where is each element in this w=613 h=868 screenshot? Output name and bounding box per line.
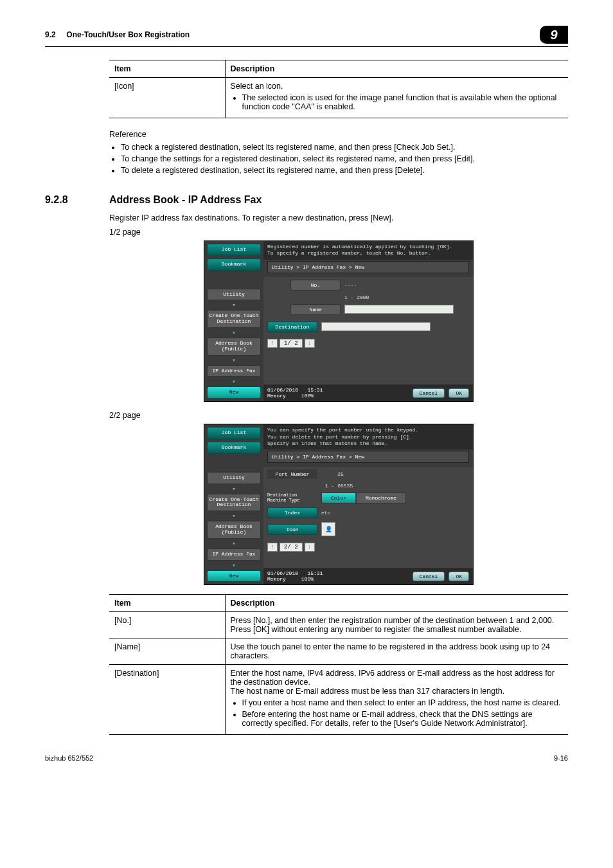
chevron-down-icon: ▾ [207, 540, 261, 547]
ip-address-fax-crumb[interactable]: IP Address Fax [207, 548, 261, 561]
header-section-title: One-Touch/User Box Registration [66, 30, 190, 39]
chevron-down-icon: ▾ [207, 329, 261, 336]
name-input[interactable] [344, 305, 454, 314]
page-indicator: 1/ 2 [280, 339, 303, 348]
desc-line: The host name or E-mail address must be … [231, 687, 564, 696]
index-button[interactable]: Index [267, 507, 317, 518]
cell-item: [Icon] [109, 78, 225, 118]
page-2-label: 2/2 page [109, 411, 568, 420]
page-up-button[interactable]: ↑ [267, 543, 278, 552]
breadcrumb: Utility > IP Address Fax > New [267, 261, 469, 273]
cell-desc: Enter the host name, IPv4 address, IPv6 … [225, 665, 568, 735]
job-list-button[interactable]: Job List [207, 244, 261, 256]
table-row: [Icon] Select an icon. The selected icon… [109, 78, 568, 118]
new-button[interactable]: New [207, 386, 261, 399]
job-list-button[interactable]: Job List [207, 427, 261, 439]
pager: ↑ 2/ 2 ↓ [267, 543, 469, 552]
desc-line: Select an icon. [231, 82, 564, 91]
table-row: [No.] Press [No.], and then enter the re… [109, 612, 568, 638]
section-heading: 9.2.8 Address Book - IP Address Fax [45, 194, 568, 206]
th-desc: Description [225, 60, 568, 78]
chevron-down-icon: ▾ [207, 562, 261, 569]
desc-line: Enter the host name, IPv4 address, IPv6 … [231, 669, 564, 687]
th-desc: Description [225, 595, 568, 612]
chevron-down-icon: ▾ [207, 357, 261, 364]
th-item: Item [109, 60, 225, 78]
cell-desc: Press [No.], and then enter the registra… [225, 612, 568, 638]
section-number: 9.2.8 [45, 194, 109, 206]
ok-button[interactable]: OK [449, 572, 469, 581]
name-label: Name [290, 304, 341, 315]
page-footer: bizhub 652/552 9-16 [45, 754, 568, 762]
address-book-crumb[interactable]: Address Book (Public) [207, 338, 261, 356]
footer-status: 01/06/2010 15:31 Memory 100% [267, 387, 323, 399]
footer-left: bizhub 652/552 [45, 754, 93, 762]
footer-right: 9-16 [554, 754, 568, 762]
ok-button[interactable]: OK [449, 388, 469, 398]
chapter-chip: 9 [540, 26, 568, 44]
field-description-table: Item Description [No.] Press [No.], and … [109, 594, 568, 735]
icon-button[interactable]: Icon [267, 524, 317, 535]
desc-bullet: Before entering the host name or E-mail … [242, 710, 564, 728]
page-down-button[interactable]: ↓ [305, 339, 315, 348]
reference-bullet: To check a registered destination, selec… [121, 143, 568, 152]
index-value: etc [321, 510, 330, 516]
instruction-text: You can specify the port number using th… [263, 424, 473, 449]
monochrome-option[interactable]: Monochrome [356, 493, 406, 503]
page-up-button[interactable]: ↑ [267, 339, 278, 348]
running-header: 9.2 One-Touch/User Box Registration [45, 30, 190, 39]
cancel-button[interactable]: Cancel [413, 572, 445, 581]
footer-status: 01/06/2010 15:31 Memory 100% [267, 570, 323, 582]
create-destination-crumb[interactable]: Create One-Touch Destination [207, 494, 261, 512]
table-row: [Name] Use the touch panel to enter the … [109, 638, 568, 665]
machine-type-label: Destination Machine Type [267, 493, 317, 503]
table-row: [Destination] Enter the host name, IPv4 … [109, 665, 568, 735]
page-indicator: 2/ 2 [280, 543, 303, 552]
th-item: Item [109, 595, 225, 612]
ip-address-fax-crumb[interactable]: IP Address Fax [207, 365, 261, 377]
bookmark-button[interactable]: Bookmark [207, 442, 261, 454]
address-book-crumb[interactable]: Address Book (Public) [207, 521, 261, 539]
desc-bullet: The selected icon is used for the image … [242, 93, 564, 111]
chevron-down-icon: ▾ [207, 378, 261, 385]
no-label: No. [290, 280, 341, 291]
page-down-button[interactable]: ↓ [305, 543, 315, 552]
icon-item-table: Item Description [Icon] Select an icon. … [109, 60, 568, 118]
cell-desc: Select an icon. The selected icon is use… [225, 78, 568, 118]
no-range: 1 - 2000 [344, 294, 369, 300]
port-number-label: Port Number [267, 469, 317, 479]
header-section-no: 9.2 [45, 30, 56, 39]
reference-bullet: To change the settings for a registered … [121, 154, 568, 163]
cancel-button[interactable]: Cancel [413, 388, 445, 398]
screenshot-2: Job List Bookmark Utility ▾ Create One-T… [204, 424, 474, 585]
page-1-label: 1/2 page [109, 228, 568, 237]
chevron-down-icon: ▾ [207, 485, 261, 493]
bookmark-button[interactable]: Bookmark [207, 258, 261, 271]
machine-type-segment: Color Monochrome [321, 493, 406, 503]
cell-item: [Name] [109, 638, 225, 665]
breadcrumb: Utility > IP Address Fax > New [267, 451, 469, 463]
screenshot-1: Job List Bookmark Utility ▾ Create One-T… [204, 240, 474, 402]
reference-label: Reference [109, 130, 568, 139]
utility-crumb[interactable]: Utility [207, 472, 261, 484]
cell-item: [Destination] [109, 665, 225, 735]
create-destination-crumb[interactable]: Create One-Touch Destination [207, 310, 261, 328]
cell-item: [No.] [109, 612, 225, 638]
reference-bullet: To delete a registered destination, sele… [121, 166, 568, 175]
color-option[interactable]: Color [321, 493, 356, 503]
no-value: ---- [344, 282, 357, 288]
destination-input[interactable] [321, 322, 431, 331]
pager: ↑ 1/ 2 ↓ [267, 339, 469, 348]
destination-button[interactable]: Destination [267, 321, 317, 332]
reference-list: To check a registered destination, selec… [109, 143, 568, 175]
chevron-down-icon: ▾ [207, 302, 261, 309]
instruction-text: Registered number is automatically appli… [263, 241, 473, 260]
port-value: 25 [321, 471, 360, 477]
desc-bullet: If you enter a host name and then select… [242, 698, 564, 707]
section-title: Address Book - IP Address Fax [109, 194, 262, 206]
new-button[interactable]: New [207, 570, 261, 583]
utility-crumb[interactable]: Utility [207, 289, 261, 301]
port-range: 1 - 65535 [325, 483, 353, 489]
person-icon: 👤 [321, 522, 335, 536]
chevron-down-icon: ▾ [207, 512, 261, 520]
